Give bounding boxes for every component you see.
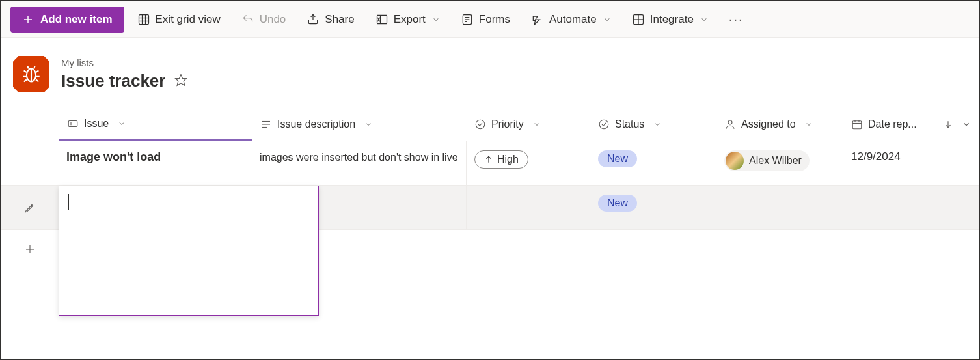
- plus-icon: [24, 243, 36, 255]
- column-header-status[interactable]: Status: [590, 107, 716, 141]
- cell-description[interactable]: images were inserted but don't show in l…: [252, 141, 466, 185]
- column-header-issue[interactable]: Issue: [59, 107, 252, 141]
- cell-status[interactable]: New: [590, 186, 716, 229]
- svg-marker-18: [176, 75, 187, 86]
- integrate-label: Integrate: [650, 13, 694, 26]
- priority-value: High: [497, 154, 519, 165]
- pencil-icon: [24, 202, 36, 214]
- chevron-down-icon: [118, 120, 126, 128]
- arrow-up-icon: [484, 155, 493, 164]
- automate-label: Automate: [549, 13, 597, 26]
- forms-icon: [461, 13, 474, 26]
- undo-label: Undo: [260, 13, 286, 26]
- plus-icon: [22, 14, 34, 25]
- cell-assigned[interactable]: Alex Wilber: [716, 141, 843, 185]
- undo-button[interactable]: Undo: [234, 8, 294, 31]
- column-header-priority-label: Priority: [491, 118, 524, 130]
- chevron-down-icon: [805, 120, 813, 128]
- share-button[interactable]: Share: [299, 8, 362, 31]
- avatar: [726, 152, 744, 170]
- integrate-icon: [632, 13, 645, 26]
- calendar-icon: [851, 118, 863, 130]
- star-icon: [174, 74, 187, 87]
- cell-status[interactable]: New: [590, 141, 716, 185]
- chevron-down-icon: [962, 120, 971, 129]
- share-label: Share: [325, 13, 354, 26]
- flow-icon: [531, 13, 544, 26]
- chevron-down-icon: [603, 16, 611, 23]
- cell-edit-textarea[interactable]: [59, 186, 319, 316]
- automate-button[interactable]: Automate: [523, 8, 619, 31]
- svg-rect-19: [68, 120, 77, 126]
- arrow-down-icon: [944, 120, 953, 129]
- chevron-down-icon: [432, 16, 440, 23]
- export-button[interactable]: Export: [368, 8, 448, 31]
- edit-row-indicator[interactable]: [1, 186, 59, 229]
- cell-desc-value: images were inserted but don't show in l…: [260, 150, 458, 165]
- overflow-menu-button[interactable]: ···: [721, 7, 752, 32]
- text-field-icon: [67, 118, 79, 130]
- grid-icon: [137, 13, 150, 26]
- svg-point-24: [476, 120, 485, 129]
- share-icon: [306, 13, 320, 26]
- svg-point-25: [599, 120, 608, 129]
- favorite-star-button[interactable]: [174, 74, 187, 89]
- column-header-issue-label: Issue: [84, 118, 109, 130]
- list-icon-tile: [13, 56, 49, 92]
- undo-icon: [241, 13, 254, 26]
- status-pill: New: [598, 150, 637, 167]
- ellipsis-icon: ···: [729, 12, 744, 26]
- integrate-button[interactable]: Integrate: [624, 8, 716, 31]
- person-name: Alex Wilber: [749, 155, 802, 167]
- exit-grid-view-button[interactable]: Exit grid view: [129, 8, 228, 31]
- column-header-status-label: Status: [615, 118, 644, 130]
- svg-point-26: [728, 120, 732, 124]
- cell-issue-value: image won't load: [66, 150, 161, 164]
- grid-header-row: Issue Issue description Priority Status …: [1, 107, 979, 141]
- status-pill: New: [598, 195, 637, 212]
- column-header-date-label: Date rep...: [868, 118, 917, 130]
- column-header-assigned-label: Assigned to: [741, 118, 796, 130]
- column-header-priority[interactable]: Priority: [466, 107, 590, 141]
- column-header-date[interactable]: Date rep...: [843, 107, 979, 141]
- list-title: Issue tracker: [61, 71, 165, 91]
- person-chip: Alex Wilber: [724, 150, 810, 171]
- multiline-icon: [260, 118, 272, 130]
- export-label: Export: [394, 13, 426, 26]
- add-new-item-label: Add new item: [40, 13, 113, 26]
- list-header: My lists Issue tracker: [1, 38, 979, 107]
- command-bar: Add new item Exit grid view Undo Share E…: [1, 1, 979, 38]
- cell-assigned[interactable]: [716, 186, 843, 229]
- column-header-desc-label: Issue description: [277, 118, 355, 130]
- text-cursor: [68, 194, 69, 210]
- person-icon: [724, 118, 736, 130]
- cell-priority[interactable]: [466, 186, 590, 229]
- chevron-down-icon: [533, 120, 541, 128]
- add-row-button[interactable]: [1, 243, 59, 255]
- exit-grid-label: Exit grid view: [156, 13, 221, 26]
- chevron-down-icon: [700, 16, 708, 23]
- date-value: 12/9/2024: [851, 150, 901, 163]
- chevron-down-icon: [364, 120, 372, 128]
- cell-date[interactable]: [843, 186, 979, 229]
- table-row[interactable]: image won't load images were inserted bu…: [1, 141, 979, 186]
- cell-issue[interactable]: image won't load: [59, 141, 252, 185]
- cell-priority[interactable]: High: [466, 141, 590, 185]
- row-selector[interactable]: [1, 141, 59, 185]
- data-grid: Issue Issue description Priority Status …: [1, 107, 979, 269]
- bug-icon: [20, 63, 42, 85]
- svg-rect-27: [852, 120, 862, 128]
- forms-label: Forms: [479, 13, 510, 26]
- forms-button[interactable]: Forms: [453, 8, 518, 31]
- choice-icon: [474, 118, 486, 130]
- breadcrumb[interactable]: My lists: [61, 57, 187, 68]
- column-header-description[interactable]: Issue description: [252, 107, 466, 141]
- svg-rect-2: [139, 14, 148, 24]
- priority-pill: High: [474, 150, 528, 169]
- add-new-item-button[interactable]: Add new item: [10, 7, 124, 33]
- column-header-assigned[interactable]: Assigned to: [716, 107, 843, 141]
- excel-icon: [375, 13, 388, 26]
- cell-date[interactable]: 12/9/2024: [843, 141, 979, 185]
- chevron-down-icon: [653, 120, 661, 128]
- row-selector-header: [1, 107, 59, 141]
